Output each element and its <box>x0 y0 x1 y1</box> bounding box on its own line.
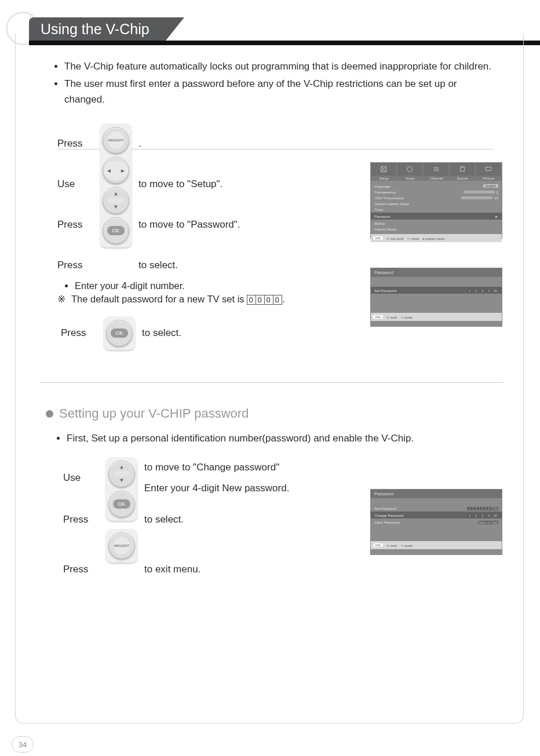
svg-rect-5 <box>486 167 491 171</box>
ok-button-icon: OK <box>103 217 129 244</box>
step-text: to move to "Password". <box>132 204 240 245</box>
step-text: to select. <box>135 327 181 339</box>
tv-screenshot-setup: SetupAudioChannelSourcePicture LanguageE… <box>370 162 502 239</box>
menu-exit-button-icon: MENU/EXIT <box>108 532 135 559</box>
svg-rect-4 <box>460 167 464 171</box>
left-right-button-icon: ◄► <box>103 157 129 184</box>
svg-point-3 <box>407 167 413 172</box>
step-text: to move to "Change password" <box>137 457 289 478</box>
menu-exit-button-icon: MENU/EXIT <box>103 127 129 154</box>
step-verb: Press <box>63 499 106 540</box>
intro-item: The user must first enter a password bef… <box>64 76 494 107</box>
tv-screenshot-password: Password Set Password 1234OK info▭ end✧ … <box>370 268 502 327</box>
step-verb: Press <box>63 549 106 590</box>
page-number: 34 <box>12 736 34 753</box>
step-text: Enter your 4-digit New password. <box>137 478 289 499</box>
step-verb: Press <box>61 327 104 339</box>
bullet-icon <box>46 410 53 418</box>
step-verb: Press <box>57 204 100 245</box>
remote-button-column: MENU/EXIT ◄► ▲▼ OK <box>100 123 132 247</box>
step-verb: Use <box>63 457 106 499</box>
section-heading: Setting up your V-CHIP password <box>46 406 523 421</box>
step-text: to select. <box>132 245 240 286</box>
step-text: . <box>132 123 240 164</box>
default-password-digits: 0000 <box>247 295 282 305</box>
ok-button-icon: OK <box>106 320 133 346</box>
section-divider <box>40 382 503 383</box>
step-verb: Press <box>57 245 100 286</box>
ok-button-icon: OK <box>108 491 135 517</box>
step-verb: Press <box>57 123 100 164</box>
step-text: to select. <box>137 499 289 540</box>
intro-item: The V-Chip feature automatically locks o… <box>64 59 494 74</box>
step-text: to exit menu. <box>137 549 289 590</box>
step-verb: Use <box>57 164 100 204</box>
step-text: to move to "Setup". <box>132 164 240 204</box>
up-down-button-icon: ▲▼ <box>103 187 129 214</box>
content-frame: The V-Chip feature automatically locks o… <box>15 34 524 724</box>
tv-screenshot-change-password: Password Set Password 1234OK Change Pass… <box>370 489 502 555</box>
up-down-button-icon: ▲▼ <box>108 461 135 487</box>
section2-intro: First, Set up a personal identification … <box>67 433 494 444</box>
intro-list: The V-Chip feature automatically locks o… <box>54 59 494 107</box>
